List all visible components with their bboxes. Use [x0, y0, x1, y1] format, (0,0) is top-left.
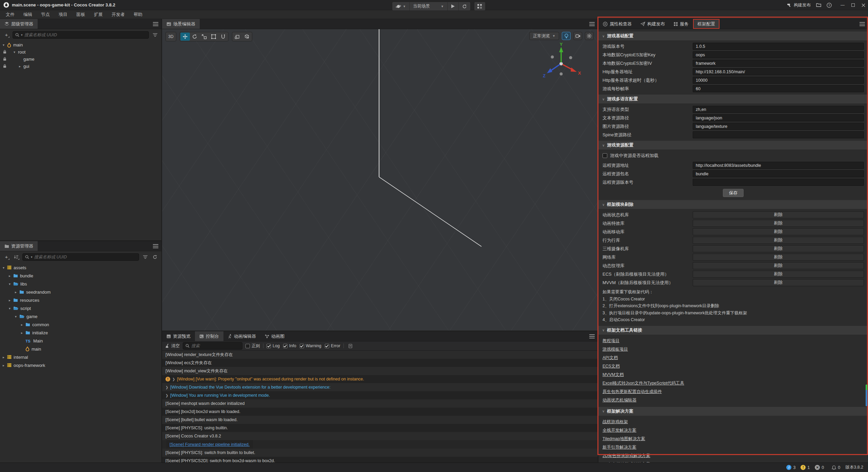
- field-input[interactable]: framework: [693, 60, 864, 67]
- tree-node-game[interactable]: game: [0, 56, 161, 63]
- doc-link[interactable]: Excel格式转Json文件与TypeScript代码工具: [603, 379, 684, 388]
- close-button[interactable]: [862, 3, 865, 7]
- snap-vertex-button[interactable]: [242, 33, 252, 41]
- assets-filter-icon[interactable]: [141, 253, 149, 261]
- field-input[interactable]: http://localhost:8083/assets/bundle: [693, 162, 864, 169]
- mode-3d-toggle[interactable]: 3D: [166, 33, 176, 41]
- field-input[interactable]: language/texture: [693, 123, 864, 130]
- field-input[interactable]: 1.0.5: [693, 43, 864, 50]
- solution-link[interactable]: 2D角色扮演游戏解决方案: [603, 452, 650, 460]
- tree-node-Main[interactable]: TSMain: [0, 337, 161, 345]
- filter-warning[interactable]: Warning: [300, 343, 321, 348]
- expand-chevron-icon[interactable]: ❯: [172, 377, 175, 381]
- assets-search-input[interactable]: [34, 255, 136, 259]
- solution-link[interactable]: Tiledmap地图解决方案: [603, 435, 645, 443]
- tree-node-assets[interactable]: ▾assets: [0, 263, 161, 272]
- scrollbar-thumb[interactable]: [866, 385, 867, 406]
- log-row[interactable]: [Scene] Cocos Creator v3.8.2: [162, 432, 598, 440]
- field-input[interactable]: 60: [693, 85, 864, 92]
- scene-settings-button[interactable]: [585, 32, 594, 40]
- menu-item-2[interactable]: 节点: [37, 10, 54, 19]
- hierarchy-filter-icon[interactable]: [151, 31, 159, 39]
- create-asset-button[interactable]: +: [3, 253, 10, 261]
- remove-module-button[interactable]: 剔除: [693, 237, 864, 244]
- doc-link[interactable]: ECS文档: [603, 362, 620, 371]
- tree-node-oops-framework[interactable]: ▸oops-framework: [0, 361, 161, 369]
- tab-inspector-3[interactable]: 框架配置: [693, 19, 719, 29]
- remove-module-button[interactable]: 剔除: [693, 254, 864, 261]
- scene-viewport[interactable]: Y X Z: [162, 29, 598, 331]
- play-button[interactable]: [448, 2, 459, 11]
- tab-console-3[interactable]: 动画图: [260, 331, 289, 341]
- console-menu-icon[interactable]: [589, 334, 595, 338]
- tree-node-main[interactable]: ▾main: [0, 41, 161, 48]
- tree-node-script[interactable]: ▾script: [0, 304, 161, 312]
- orientation-gizmo[interactable]: Y X Z: [540, 43, 582, 85]
- menu-item-3[interactable]: 项目: [54, 10, 72, 19]
- menu-item-0[interactable]: 文件: [1, 10, 19, 19]
- tree-expand-arrow[interactable]: ▸: [3, 363, 7, 367]
- field-input[interactable]: http://192.168.0.150/main/: [693, 68, 864, 75]
- doc-link[interactable]: 原生包热更新配置自动生成插件: [603, 388, 662, 396]
- console-search-input[interactable]: [191, 343, 240, 348]
- tree-expand-arrow[interactable]: ▾: [9, 307, 13, 310]
- field-input[interactable]: 10000: [693, 77, 864, 84]
- tree-expand-arrow[interactable]: ▾: [15, 315, 19, 318]
- remove-module-button[interactable]: 剔除: [693, 262, 864, 269]
- remove-module-button[interactable]: 剔除: [693, 279, 864, 286]
- log-row[interactable]: [Scene] [box2d]:box2d wasm lib loaded.: [162, 408, 598, 416]
- field-input[interactable]: language/json: [693, 114, 864, 121]
- section-header[interactable]: ∨游戏基础配置: [598, 32, 868, 40]
- log-row[interactable]: [Scene] Forward render pipeline initiali…: [166, 440, 253, 449]
- menu-item-1[interactable]: 编辑: [19, 10, 37, 19]
- preview-target-button[interactable]: ▼: [392, 2, 410, 11]
- tree-node-game[interactable]: ▾game: [0, 312, 161, 320]
- expand-chevron-icon[interactable]: ❯: [165, 386, 168, 389]
- tree-node-internal[interactable]: ▸internal: [0, 353, 161, 361]
- field-input[interactable]: bundle: [693, 170, 864, 177]
- field-input[interactable]: zh,en: [693, 106, 864, 113]
- log-row[interactable]: !❯[Window] [Vue warn]: Property "onInput…: [162, 375, 598, 383]
- hierarchy-search-input[interactable]: [24, 33, 146, 37]
- menu-item-4[interactable]: 面板: [72, 10, 90, 19]
- doc-link[interactable]: API文档: [603, 354, 618, 362]
- remove-module-button[interactable]: 剔除: [693, 211, 864, 218]
- tab-console-2[interactable]: 动画编辑器: [223, 331, 260, 341]
- tree-expand-arrow[interactable]: ▸: [21, 331, 25, 335]
- solution-link[interactable]: 全栈开发解决方案: [603, 426, 636, 435]
- maximize-button[interactable]: [851, 3, 855, 7]
- filter-error[interactable]: Error: [325, 343, 340, 348]
- status-info-counter[interactable]: i 3: [786, 465, 795, 470]
- log-row[interactable]: [Scene] [PHYSICS2D]: switch from box2d-w…: [162, 457, 598, 463]
- tab-hierarchy[interactable]: 层级管理器: [0, 19, 38, 29]
- tree-node-root[interactable]: ▾root: [0, 48, 161, 56]
- tree-expand-arrow[interactable]: ▸: [9, 298, 13, 302]
- section-header[interactable]: ∨框架解决方案: [598, 407, 868, 416]
- filter-info[interactable]: Info: [283, 343, 296, 348]
- log-row[interactable]: ❯[Window] You are running Vue in develop…: [162, 391, 598, 399]
- hierarchy-menu-icon[interactable]: [153, 22, 158, 26]
- inspector-menu-icon[interactable]: [860, 22, 865, 26]
- tree-node-resources[interactable]: ▸resources: [0, 296, 161, 304]
- log-row[interactable]: [Scene] meshopt wasm decoder initialized: [162, 399, 598, 408]
- minimize-button[interactable]: —: [841, 3, 845, 7]
- status-error-counter[interactable]: ✕ 0: [815, 465, 824, 470]
- tree-node-gui[interactable]: ▸gui: [0, 63, 161, 70]
- remove-module-button[interactable]: 剔除: [693, 220, 864, 227]
- solution-link[interactable]: 3D角色扮演游戏解决方案: [603, 460, 650, 463]
- expand-chevron-icon[interactable]: ❯: [165, 394, 168, 397]
- tree-node-seedrandom[interactable]: ▸seedrandom: [0, 288, 161, 296]
- log-row[interactable]: [Scene] [PHYSICS]: switch from builtin t…: [162, 449, 598, 457]
- log-file-button[interactable]: [347, 342, 354, 350]
- menu-item-6[interactable]: 开发者: [107, 10, 129, 19]
- tab-console-0[interactable]: 资源预览: [162, 331, 195, 341]
- tab-scene-editor[interactable]: 场景编辑器: [162, 19, 200, 29]
- scene-light-toggle[interactable]: [562, 32, 571, 40]
- tree-node-common[interactable]: ▸common: [0, 320, 161, 329]
- log-row[interactable]: [Window] model_view文件夹存在: [162, 367, 598, 375]
- doc-link[interactable]: 教程项目: [603, 337, 619, 345]
- tab-inspector-1[interactable]: 构建发布: [636, 19, 669, 29]
- tree-expand-arrow[interactable]: ▸: [9, 274, 13, 278]
- section-header[interactable]: ∨游戏多语言配置: [598, 95, 868, 103]
- solution-link[interactable]: 战棋游戏框架: [603, 418, 628, 426]
